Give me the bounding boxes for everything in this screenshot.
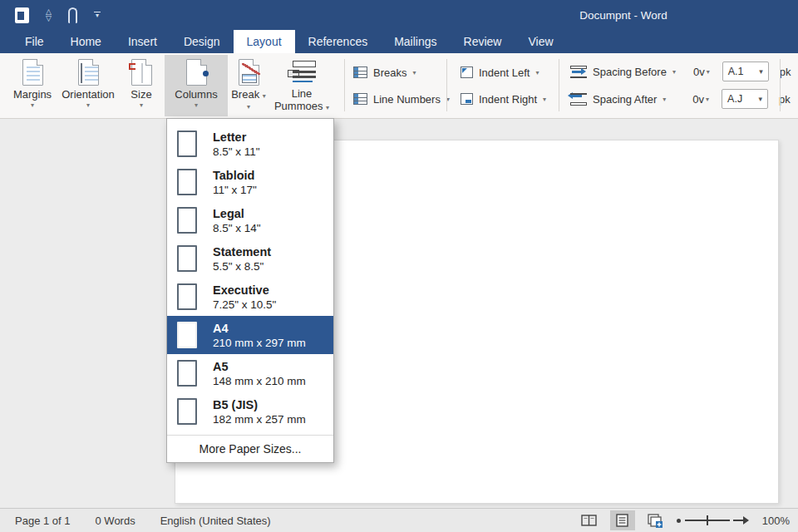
spacing-after-label[interactable]: Spacing After: [593, 93, 657, 106]
break-button[interactable]: Break ▾ ▾: [229, 55, 268, 116]
title-bar: △ ▽ ▾ Documpnt - Word: [0, 0, 798, 30]
chevron-down-icon: ▾: [759, 67, 763, 76]
paper-size-name: B5 (JIS): [213, 397, 306, 412]
spacing-before-row: Spacing Before ▾ 0v▾ A.1▾ pk: [570, 62, 791, 81]
line-numbers-button[interactable]: Line Numbers ▾: [353, 90, 450, 108]
dropdown-arrow-icon: ▾: [326, 104, 329, 111]
dropdown-arrow-icon: ▾: [86, 101, 90, 109]
zoom-out-icon[interactable]: [677, 519, 681, 523]
document-canvas: [0, 119, 798, 508]
zoom-track-tail: [733, 520, 743, 521]
indent-right-button[interactable]: Indent Right ▾: [461, 90, 546, 108]
paper-size-name: Letter: [213, 130, 260, 145]
breaks-icon: [353, 66, 367, 78]
tab-review[interactable]: Review: [451, 30, 515, 53]
dropdown-arrow-icon: ▾: [672, 68, 676, 76]
web-layout-button[interactable]: [643, 510, 668, 530]
print-layout-button[interactable]: [610, 510, 635, 530]
tab-file[interactable]: File: [12, 30, 57, 53]
orientation-label: Orientation: [62, 88, 115, 101]
page-outline-icon: [177, 245, 197, 272]
read-mode-button[interactable]: [577, 510, 602, 530]
word-app-icon[interactable]: [15, 7, 29, 23]
margins-button[interactable]: Margins ▾: [8, 55, 57, 116]
spacing-after-value[interactable]: 0v▾: [692, 93, 709, 106]
word-count[interactable]: 0 Words: [96, 515, 135, 527]
indent-left-button[interactable]: Indent Left ▾: [461, 63, 539, 81]
spacing-after-value-text: 0v: [692, 93, 704, 106]
clip-icon[interactable]: [68, 7, 77, 23]
paper-size-name: Tabloid: [213, 168, 257, 183]
spacing-before-unit-combo[interactable]: A.1▾: [722, 62, 769, 81]
page-outline-icon: [177, 283, 197, 310]
line-numbers-label: Line Numbers: [373, 93, 441, 106]
chevron-down-icon: ▾: [759, 95, 763, 103]
orientation-button[interactable]: Orientation ▾: [60, 55, 116, 116]
paper-size-option-tabloid[interactable]: Tabloid11" x 17": [167, 163, 333, 201]
spacing-after-unit: pk: [779, 93, 791, 106]
tab-mailings[interactable]: Mailings: [381, 30, 450, 53]
spacing-before-value[interactable]: 0v▾: [693, 66, 710, 78]
dropdown-arrow-icon: ▾: [195, 101, 198, 109]
ribbon-tab-row: File Home Insert Design Layout Reference…: [0, 30, 798, 53]
dropdown-arrow-icon: ▾: [247, 103, 250, 111]
more-paper-sizes-item[interactable]: More Paper Sizes...: [167, 435, 333, 462]
line-pummoes-button[interactable]: Line Pummoes ▾: [268, 55, 336, 116]
zoom-percentage[interactable]: 100%: [762, 515, 790, 527]
margins-page-icon: [22, 59, 43, 86]
language-indicator[interactable]: English (United States): [160, 515, 271, 527]
paper-size-name: Statement: [213, 244, 271, 259]
tab-insert[interactable]: Insert: [115, 30, 170, 53]
line-bars-icon: [288, 60, 316, 85]
indent-right-icon: [461, 93, 473, 105]
group-divider: [559, 59, 559, 111]
paper-size-option-a5[interactable]: A5148 mm x 210 mm: [167, 354, 333, 392]
columns-page-icon: [186, 59, 207, 86]
dropdown-arrow-icon: ▾: [31, 101, 34, 109]
dropdown-arrow-icon: ▾: [663, 96, 666, 103]
touch-mode-icon[interactable]: △ ▽: [46, 8, 52, 22]
paper-size-option-a4-selected[interactable]: A4210 mm x 297 mm: [167, 316, 333, 354]
paper-size-dropdown: Letter8.5" x 11" Tabloid11" x 17" Legal8…: [166, 118, 334, 463]
page-indicator[interactable]: Page 1 of 1: [15, 515, 71, 527]
breaks-button[interactable]: Breaks ▾: [353, 63, 416, 81]
status-bar: Page 1 of 1 0 Words English (United Stat…: [0, 508, 798, 532]
status-left: Page 1 of 1 0 Words English (United Stat…: [0, 515, 271, 527]
group-divider: [446, 59, 447, 111]
paper-size-name: A4: [213, 321, 306, 336]
zoom-in-arrow-icon[interactable]: [743, 516, 749, 525]
combo-value: A.1: [728, 66, 744, 77]
tab-layout[interactable]: Layout: [234, 30, 295, 53]
page-outline-icon: [177, 131, 197, 157]
down-arrow-icon: ▽: [46, 15, 52, 22]
columns-label: Columns: [175, 88, 217, 101]
paper-size-option-statement[interactable]: Statement5.5" x 8.5": [167, 239, 333, 278]
size-button[interactable]: Size ▾: [120, 55, 163, 116]
combo-value: A.J: [727, 93, 742, 105]
columns-button[interactable]: Columns ▾: [165, 55, 228, 116]
paper-size-dims: 8.5" x 11": [213, 145, 260, 159]
indent-left-label: Indent Left: [479, 66, 530, 79]
dropdown-arrow-icon: ▾: [707, 68, 710, 76]
margins-label: Margins: [13, 88, 52, 101]
tab-view[interactable]: View: [515, 30, 566, 53]
paper-size-option-b5-jis[interactable]: B5 (JIS)182 mm x 257 mm: [167, 392, 333, 431]
tab-design[interactable]: Design: [170, 30, 234, 53]
spacing-before-label[interactable]: Spacing Before: [593, 66, 667, 78]
size-label: Size: [131, 88, 151, 101]
paper-size-option-executive[interactable]: Executive7.25" x 10.5": [167, 278, 333, 316]
page-outline-icon: [177, 207, 197, 234]
zoom-slider[interactable]: [677, 515, 749, 525]
spacing-after-unit-combo[interactable]: A.J▾: [722, 89, 768, 109]
paper-size-name: A5: [213, 359, 306, 374]
ribbon: Margins ▾ Orientation ▾ Size ▾ Columns ▾…: [0, 53, 798, 119]
paper-size-option-letter[interactable]: Letter8.5" x 11": [167, 125, 333, 163]
customize-qat-dropdown-icon[interactable]: ▾: [94, 12, 101, 19]
paper-size-option-legal[interactable]: Legal8.5" x 14": [167, 201, 333, 239]
tab-home[interactable]: Home: [57, 30, 115, 53]
page-outline-icon: [177, 398, 197, 425]
break-page-icon: [239, 59, 259, 86]
spacing-after-icon: [570, 93, 587, 106]
tab-references[interactable]: References: [295, 30, 382, 53]
line-numbers-icon: [353, 93, 367, 105]
